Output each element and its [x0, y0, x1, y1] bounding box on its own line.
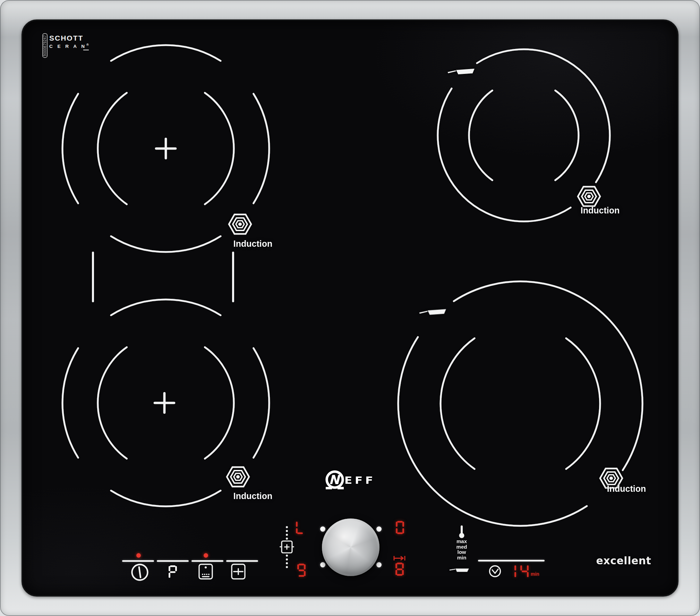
- serial-number: 9000879247: [42, 33, 48, 58]
- pan-sensor-icon: [449, 568, 469, 572]
- timer-unit-label: min: [531, 571, 539, 577]
- timer-touch-strip[interactable]: [478, 560, 545, 562]
- induction-hexagon-icon: [227, 467, 249, 487]
- active-zone-indicator-dot: [136, 553, 141, 558]
- temp-label-max: max: [456, 539, 467, 544]
- induction-hexagon-icon: [578, 187, 600, 206]
- registered-mark: ®: [86, 43, 89, 47]
- schott-wordmark: SCHOTT: [49, 34, 89, 42]
- induction-hexagon-icon: [229, 214, 251, 234]
- touch-strip-segment[interactable]: [122, 560, 154, 562]
- cooking-zone-top-right: [438, 49, 610, 221]
- touch-strip-segment[interactable]: [226, 560, 258, 562]
- zone-select-touch-strip[interactable]: [122, 560, 258, 562]
- neff-logo-n: N: [329, 473, 341, 487]
- temp-scale-labels: max med low min: [456, 539, 467, 560]
- schott-ceran-branding: 9000879247 SCHOTT C E R A N®: [42, 33, 89, 58]
- knob-touch-dot: [376, 562, 382, 567]
- zone-label-top-right: Induction: [581, 205, 620, 216]
- knob-touch-dot: [320, 562, 325, 567]
- touch-strip-segment[interactable]: [191, 560, 223, 562]
- clock-timer-key[interactable]: [488, 565, 502, 578]
- pan-icon: [447, 68, 475, 75]
- level-slider[interactable]: [280, 526, 294, 569]
- twistpad-knob[interactable]: [322, 518, 379, 576]
- zone-label-top-left: Induction: [233, 239, 272, 249]
- temp-label-med: med: [456, 544, 467, 550]
- thermometer-icon: [456, 525, 467, 539]
- left-display-top: [296, 521, 304, 534]
- excellent-tagline: excellent: [596, 555, 651, 567]
- zone-label-bottom-right: Induction: [607, 484, 646, 494]
- wipe-protection-key[interactable]: [198, 564, 213, 580]
- knob-touch-dot: [376, 526, 382, 532]
- active-zone-indicator-dot: [204, 553, 208, 558]
- touch-strip-segment[interactable]: [157, 560, 189, 562]
- right-display-bottom: [395, 563, 404, 576]
- cooking-zone-bottom-right: [398, 281, 642, 526]
- timer-transfer-icon: [393, 555, 406, 561]
- temp-label-min: min: [456, 555, 467, 560]
- temp-label-low: low: [456, 549, 467, 555]
- neff-logo: N EFF: [324, 469, 378, 491]
- neff-logo-eff: EFF: [344, 474, 376, 486]
- right-display-top: [396, 521, 404, 534]
- zone-center-cross: [156, 139, 176, 158]
- knob-touch-dot: [320, 526, 325, 532]
- power-boost-key[interactable]: [169, 565, 177, 579]
- induction-hob: 9000879247 SCHOTT C E R A N® Induction I…: [0, 0, 700, 616]
- timer-display: [508, 565, 529, 578]
- ceran-wordmark: C E R A N®: [49, 42, 89, 50]
- lock-key[interactable]: [231, 564, 246, 580]
- zone-label-bottom-left: Induction: [233, 491, 272, 501]
- bridge-zone-marks: [93, 253, 233, 301]
- power-button[interactable]: [130, 562, 150, 582]
- pan-icon: [419, 309, 447, 316]
- left-display-bottom: [297, 564, 306, 577]
- zone-center-cross: [155, 393, 174, 413]
- ceran-underline: [83, 50, 89, 51]
